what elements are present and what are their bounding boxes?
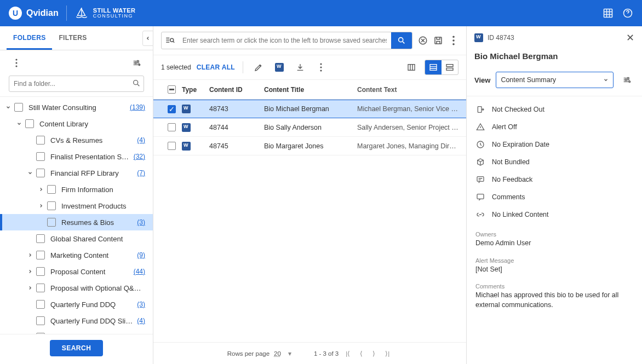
more-menu-button[interactable] <box>9 55 24 71</box>
table-row[interactable]: ✓48743Bio Michael BergmanMichael Bergman… <box>153 100 466 118</box>
folder-checkbox[interactable] <box>36 152 45 161</box>
folder-checkbox[interactable] <box>14 103 23 112</box>
save-search-icon[interactable] <box>433 36 443 45</box>
tree-item-count[interactable]: (44) <box>134 268 145 275</box>
folder-checkbox[interactable] <box>36 267 45 276</box>
chevron-right-icon[interactable] <box>36 203 46 209</box>
tree-item[interactable]: RFI/RFP Answers(62) <box>0 329 153 334</box>
search-button[interactable]: SEARCH <box>50 340 104 356</box>
folder-checkbox[interactable] <box>36 284 45 292</box>
help-icon[interactable] <box>622 8 633 19</box>
tree-item-count[interactable]: (9) <box>137 251 145 259</box>
meta-clock[interactable]: No Expiration Date <box>467 136 642 153</box>
columns-button[interactable] <box>404 60 419 75</box>
clear-search-icon[interactable] <box>418 36 428 45</box>
meta-checkout[interactable]: Not Checked Out <box>467 101 642 118</box>
tree-item-count[interactable]: (139) <box>130 103 145 111</box>
tree-item[interactable]: Still Water Consulting(139) <box>0 99 153 115</box>
product-logo[interactable]: U Qvidian <box>9 7 59 20</box>
chevron-right-icon[interactable] <box>36 187 46 192</box>
tree-item[interactable]: CVs & Resumes(4) <box>0 132 153 148</box>
search-more-icon[interactable] <box>449 36 458 45</box>
rpp-dropdown-icon[interactable]: ▾ <box>285 349 294 359</box>
col-type[interactable]: Type <box>182 86 209 94</box>
tree-item[interactable]: Quarterly Fund DDQ Slides(4) <box>0 313 153 329</box>
tree-item[interactable]: Marketing Content(9) <box>0 247 153 263</box>
meta-alert[interactable]: Alert Off <box>467 118 642 136</box>
folder-checkbox[interactable] <box>36 136 45 145</box>
tab-filters[interactable]: FILTERS <box>52 26 93 50</box>
col-id[interactable]: Content ID <box>209 86 264 94</box>
folder-checkbox[interactable] <box>36 300 45 309</box>
tree-item[interactable]: Proposal with Optional Q&A Doc Type <box>0 280 153 296</box>
tree-item[interactable]: Content Library <box>0 115 153 132</box>
download-button[interactable] <box>293 60 308 75</box>
tree-item-count[interactable]: (3) <box>137 218 145 226</box>
tree-item[interactable]: Finalist Presentation Slides(32) <box>0 148 153 165</box>
rows-per-page-value[interactable]: 20 <box>274 350 281 357</box>
folder-checkbox[interactable] <box>47 185 56 194</box>
col-title[interactable]: Content Title <box>264 86 357 94</box>
tree-item-count[interactable]: (7) <box>137 169 145 177</box>
saved-search-button[interactable] <box>162 32 178 49</box>
folder-checkbox[interactable] <box>47 201 56 210</box>
tree-item[interactable]: Global Shared Content <box>0 230 153 247</box>
edit-button[interactable] <box>251 60 266 75</box>
last-page-button[interactable]: ⟩| <box>382 349 392 359</box>
table-row[interactable]: 48744Bio Sally AndersonSally Andersen, S… <box>153 118 466 137</box>
folder-checkbox[interactable] <box>36 316 45 325</box>
tree-item-count[interactable]: (4) <box>137 317 145 325</box>
view-list-button[interactable] <box>425 60 442 74</box>
first-page-button[interactable]: |⟨ <box>343 349 353 359</box>
row-checkbox[interactable]: ✓ <box>168 105 176 113</box>
meta-comment[interactable]: Comments <box>467 188 642 206</box>
tree-item-count[interactable]: (3) <box>137 301 145 308</box>
folder-checkbox[interactable] <box>36 251 45 259</box>
chevron-right-icon[interactable] <box>25 285 35 291</box>
close-details-button[interactable]: ✕ <box>626 32 634 44</box>
chevron-down-icon[interactable] <box>3 105 13 110</box>
meta-link[interactable]: No Linked Content <box>467 206 642 223</box>
tree-item[interactable]: Resumes & Bios(3) <box>0 214 153 230</box>
folder-checkbox[interactable] <box>36 234 45 243</box>
action-more-button[interactable] <box>313 60 329 75</box>
row-checkbox[interactable] <box>168 142 176 150</box>
word-export-button[interactable] <box>272 60 287 75</box>
clear-all-button[interactable]: CLEAR ALL <box>197 63 235 71</box>
tree-item[interactable]: Financial RFP Library(7) <box>0 165 153 181</box>
grid-icon[interactable] <box>603 8 614 19</box>
view-settings-button[interactable] <box>619 72 634 88</box>
content-search-input[interactable] <box>178 32 391 49</box>
next-page-button[interactable]: ⟩ <box>370 349 378 359</box>
col-text[interactable]: Content Text <box>357 86 458 94</box>
tree-item[interactable]: Firm Information <box>0 181 153 198</box>
chevron-down-icon[interactable] <box>25 170 35 176</box>
chevron-down-icon[interactable] <box>14 121 24 126</box>
folder-checkbox[interactable] <box>36 169 45 177</box>
collapse-sidebar-button[interactable] <box>142 31 153 46</box>
search-icon[interactable] <box>132 79 141 88</box>
search-go-button[interactable] <box>391 32 412 49</box>
prev-page-button[interactable]: ⟨ <box>357 349 365 359</box>
filter-settings-button[interactable] <box>129 55 144 71</box>
view-card-button[interactable] <box>442 60 458 74</box>
chevron-right-icon[interactable] <box>25 269 35 274</box>
tree-item[interactable]: Investment Products <box>0 198 153 214</box>
folder-checkbox[interactable] <box>47 218 56 227</box>
company-logo[interactable]: STILL WATER CONSULTING <box>74 6 136 20</box>
chevron-right-icon[interactable] <box>25 252 35 258</box>
meta-bundle[interactable]: Not Bundled <box>467 153 642 171</box>
table-row[interactable]: 48745Bio Margaret JonesMargaret Jones, M… <box>153 137 466 155</box>
select-all-checkbox[interactable] <box>168 85 176 94</box>
tree-item[interactable]: Quarterly Fund DDQ(3) <box>0 296 153 313</box>
row-checkbox[interactable] <box>168 123 176 131</box>
tree-item-count[interactable]: (32) <box>134 153 145 160</box>
svg-point-3 <box>15 62 17 63</box>
tab-folders[interactable]: FOLDERS <box>7 26 52 50</box>
folder-search-input[interactable] <box>9 76 144 92</box>
tree-item[interactable]: Proposal Content(44) <box>0 263 153 280</box>
tree-item-count[interactable]: (4) <box>137 136 145 144</box>
meta-feedback[interactable]: No Feedback <box>467 171 642 188</box>
folder-checkbox[interactable] <box>25 119 34 128</box>
view-select[interactable]: Content Summary <box>496 72 614 88</box>
